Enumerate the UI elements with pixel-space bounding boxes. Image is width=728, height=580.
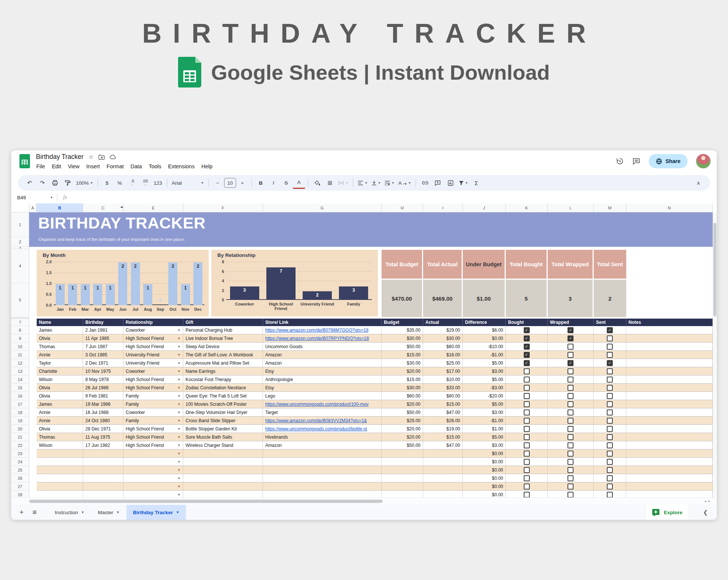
bought-checkbox[interactable]: ✓: [524, 327, 530, 333]
cell-difference[interactable]: $0.00: [463, 458, 506, 466]
cell-notes[interactable]: [626, 359, 713, 367]
cell-difference[interactable]: -$1.00: [463, 417, 506, 425]
sent-checkbox[interactable]: [607, 442, 613, 448]
column-header-E[interactable]: E: [123, 203, 183, 212]
wrapped-checkbox[interactable]: [568, 442, 573, 448]
cell-actual[interactable]: $10.00: [423, 375, 463, 384]
column-header-I[interactable]: I: [423, 203, 463, 212]
sent-checkbox[interactable]: [607, 451, 613, 457]
bold-icon[interactable]: B: [254, 178, 267, 188]
row-header-7[interactable]: 7: [11, 319, 29, 326]
explore-button[interactable]: Explore: [645, 505, 688, 520]
wrapped-checkbox[interactable]: [568, 434, 573, 440]
cell-relationship[interactable]: High School Friend▼: [123, 425, 183, 433]
wrapped-checkbox[interactable]: [568, 409, 573, 415]
cell-gift[interactable]: Live Indoor Bonsai Tree: [183, 334, 263, 343]
cell-actual[interactable]: $60.00: [423, 343, 463, 351]
column-header-K[interactable]: K: [506, 203, 548, 212]
cell-name[interactable]: Olivia: [37, 384, 83, 392]
zoom-select[interactable]: 100%▼: [74, 178, 95, 188]
cell-gift[interactable]: Zodiac Constellation Necklace: [183, 384, 263, 392]
cell-budget[interactable]: $35.00: [382, 326, 423, 334]
font-select[interactable]: Arial▼: [170, 178, 206, 188]
cell-birthday[interactable]: 11 Aug 1975: [83, 433, 123, 441]
cell-store-link[interactable]: https://www.uncommongoods.com/product/bo…: [263, 425, 382, 433]
cell-store-link[interactable]: Amazon: [263, 359, 382, 367]
wrapped-checkbox[interactable]: ✓: [568, 327, 573, 333]
dropdown-arrow-icon[interactable]: ▼: [177, 444, 181, 447]
cell-notes[interactable]: [626, 400, 713, 408]
increase-font-size-button[interactable]: +: [236, 178, 249, 188]
menu-help[interactable]: Help: [198, 163, 216, 170]
doc-title[interactable]: Birthday Tracker: [36, 153, 83, 161]
cell-difference[interactable]: $3.00: [463, 441, 506, 449]
cell-relationship[interactable]: High School Friend▼: [123, 384, 183, 392]
cell-relationship[interactable]: Coworker▼: [123, 326, 183, 334]
row-header-14[interactable]: 14: [11, 375, 29, 384]
dropdown-arrow-icon[interactable]: ▼: [177, 402, 181, 406]
cell-budget[interactable]: [382, 458, 423, 466]
cell-difference[interactable]: -$3.00: [463, 384, 506, 392]
row-header-9[interactable]: 9: [11, 334, 29, 343]
cell-gift[interactable]: Bottle Stopper Garden Kit: [183, 425, 263, 433]
text-wrap-icon[interactable]: ▼: [383, 178, 396, 188]
horizontal-scrollbar-thumb[interactable]: [29, 500, 383, 503]
column-header-C[interactable]: C: [83, 203, 123, 212]
cell-gift[interactable]: [183, 466, 263, 474]
cell-notes[interactable]: [626, 392, 713, 400]
cell-actual[interactable]: [423, 449, 463, 458]
sent-checkbox[interactable]: [607, 492, 613, 498]
store-link[interactable]: https://www.amazon.com/dp/B07RPYPNDQ?ots…: [265, 336, 369, 341]
sent-checkbox[interactable]: [607, 344, 613, 350]
sent-checkbox[interactable]: [607, 393, 613, 399]
cell-store-link[interactable]: Lego: [263, 392, 382, 400]
cell-name[interactable]: James: [37, 400, 83, 408]
bought-checkbox[interactable]: [524, 426, 530, 432]
menu-format[interactable]: Format: [103, 163, 127, 170]
cell-birthday[interactable]: 28 Dec 1971: [83, 425, 123, 433]
cell-relationship[interactable]: Family▼: [123, 400, 183, 408]
row-header-12[interactable]: 12: [11, 359, 29, 367]
cell-notes[interactable]: [626, 367, 713, 375]
dropdown-arrow-icon[interactable]: ▼: [177, 353, 181, 357]
cell-actual[interactable]: $30.00: [423, 334, 463, 343]
hidden-column-marker[interactable]: ◂▸: [120, 205, 123, 209]
cell-actual[interactable]: $33.00: [423, 384, 463, 392]
cell-budget[interactable]: $20.00: [382, 425, 423, 433]
cell-actual[interactable]: [423, 491, 463, 497]
cell-name[interactable]: Annie: [37, 417, 83, 425]
cell-actual[interactable]: $26.00: [423, 417, 463, 425]
wrapped-checkbox[interactable]: [568, 426, 573, 432]
cell-actual[interactable]: [423, 466, 463, 474]
cell-budget[interactable]: $15.00: [382, 351, 423, 359]
cell-difference[interactable]: -$1.00: [463, 351, 506, 359]
add-sheet-icon[interactable]: +: [15, 508, 28, 516]
cell-store-link[interactable]: https://www.amazon.com/dp/B083VV2M34?ots…: [263, 417, 382, 425]
cell-name[interactable]: Olivia: [37, 392, 83, 400]
cell-name[interactable]: [37, 449, 83, 458]
cloud-status-icon[interactable]: [110, 154, 116, 159]
cell-birthday[interactable]: [83, 466, 123, 474]
wrapped-checkbox[interactable]: [568, 492, 573, 498]
cell-budget[interactable]: $30.00: [382, 334, 423, 343]
cell-store-link[interactable]: [263, 458, 382, 466]
cell-actual[interactable]: $15.00: [423, 433, 463, 441]
cell-birthday[interactable]: 3 Oct 1985: [83, 351, 123, 359]
dropdown-arrow-icon[interactable]: ▼: [177, 452, 181, 455]
cell-difference[interactable]: $0.00: [463, 474, 506, 482]
vertical-scrollbar[interactable]: [713, 212, 717, 497]
cell-store-link[interactable]: https://www.amazon.com/dp/B0798M7GGQ?ots…: [263, 326, 382, 334]
cell-store-link[interactable]: https://www.uncommongoods.com/product/10…: [263, 400, 382, 408]
bought-checkbox[interactable]: ✓: [524, 344, 530, 350]
cell-difference[interactable]: $5.00: [463, 375, 506, 384]
more-formats-button[interactable]: 123: [152, 178, 164, 188]
column-header-A[interactable]: A: [29, 203, 37, 212]
menu-data[interactable]: Data: [127, 163, 146, 170]
sent-checkbox[interactable]: [607, 467, 613, 473]
cell-actual[interactable]: $80.00: [423, 392, 463, 400]
undo-icon[interactable]: ↶: [23, 178, 36, 188]
bought-checkbox[interactable]: [524, 401, 530, 407]
cell-notes[interactable]: [626, 343, 713, 351]
cell-name[interactable]: Thomas: [37, 343, 83, 351]
cell-relationship[interactable]: Coworker▼: [123, 367, 183, 375]
